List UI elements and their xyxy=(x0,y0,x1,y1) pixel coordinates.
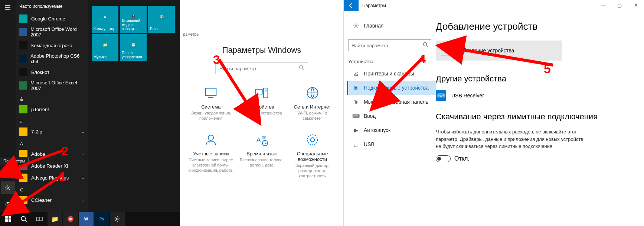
tile-label: Панель управления xyxy=(122,51,145,59)
sidebar-home-label: Главная xyxy=(364,23,383,29)
hamburger-icon[interactable] xyxy=(4,4,12,11)
sidebar-item[interactable]: 🖱Мышь и сенсорная панель xyxy=(348,95,436,109)
chevron-down-icon: ⌄ xyxy=(81,198,84,202)
category-icon xyxy=(203,85,218,100)
sidebar-item[interactable]: ▶Автозапуск xyxy=(348,123,436,137)
user-icon[interactable] xyxy=(4,167,12,175)
sidebar-search-input[interactable] xyxy=(352,43,423,48)
app-item[interactable]: 7-Zip⌄ xyxy=(16,126,88,138)
settings-breadcrumb: раметры xyxy=(180,32,210,36)
chevron-down-icon: ⌄ xyxy=(81,176,84,180)
app-item[interactable]: Командная строка xyxy=(16,39,88,51)
start-app-list: Часто используемые Google ChromeMicrosof… xyxy=(16,0,88,212)
taskbar: 📁 W Ps xyxy=(0,212,180,226)
app-item[interactable]: Microsoft Office Excel 2007 xyxy=(16,78,88,93)
group-letter-c[interactable]: C xyxy=(16,184,88,194)
app-item[interactable]: CCleaner⌄ xyxy=(16,194,88,206)
search-icon xyxy=(299,65,304,72)
category-desc: Распознавание голоса, регион, дата xyxy=(238,157,285,168)
metered-heading: Скачивание через лимитные подключения xyxy=(436,112,633,122)
sidebar-item[interactable]: ⌨Ввод xyxy=(348,109,436,123)
settings-category[interactable]: СистемаЭкран, уведомления, приложения xyxy=(187,85,235,121)
svg-line-12 xyxy=(25,220,27,222)
svg-text:A: A xyxy=(256,136,261,144)
gear-icon[interactable] xyxy=(1,181,15,194)
group-letter-hash[interactable]: # xyxy=(16,115,88,126)
category-icon xyxy=(203,132,218,147)
taskbar-explorer[interactable]: 📁 xyxy=(48,212,62,226)
svg-point-19 xyxy=(300,66,303,69)
svg-point-11 xyxy=(21,216,25,220)
group-letter-amp[interactable]: & xyxy=(16,93,88,103)
svg-line-35 xyxy=(426,46,428,47)
app-item[interactable]: Advego Plagiatus⌄ xyxy=(16,172,88,184)
frequent-header: Часто используемые xyxy=(16,3,88,13)
sidebar-item-label: Автозапуск xyxy=(364,127,390,133)
tile-label: Музыка xyxy=(94,55,117,59)
svg-rect-24 xyxy=(264,88,268,98)
group-letter-a[interactable]: A xyxy=(16,138,88,148)
settings-search-input[interactable] xyxy=(219,66,299,71)
taskbar-search-icon[interactable] xyxy=(16,212,31,226)
sidebar-item-label: Мышь и сенсорная панель xyxy=(364,99,428,105)
settings-sidebar: Главная Устройства 🖨Принтеры и сканеры🖥П… xyxy=(344,11,436,226)
sidebar-item-label: Ввод xyxy=(364,113,376,119)
settings-category[interactable]: Специальные возможностиЭкранный диктор, … xyxy=(289,132,336,179)
svg-point-27 xyxy=(208,135,213,140)
app-item[interactable]: Adobe Photoshop CS6 x64 xyxy=(16,51,88,66)
task-view-icon[interactable] xyxy=(32,212,47,226)
category-icon xyxy=(305,132,320,147)
taskbar-word[interactable]: W xyxy=(79,212,94,226)
svg-rect-13 xyxy=(36,217,39,221)
settings-category[interactable]: Сеть и ИнтернетWi-Fi, режим " в самолете… xyxy=(289,85,336,121)
settings-search[interactable] xyxy=(215,62,308,74)
sidebar-search[interactable] xyxy=(348,39,431,51)
settings-category[interactable]: Учетные записиУчетные записи, адрес элек… xyxy=(187,132,235,179)
sidebar-item[interactable]: 🖥Подключенные устройства xyxy=(347,81,436,95)
app-item[interactable]: Google Chrome xyxy=(16,13,88,25)
category-icon: A字 xyxy=(254,132,269,147)
sidebar-item-icon: ▶ xyxy=(353,127,359,133)
tile-music[interactable]: 📁Музыка xyxy=(92,34,118,61)
sidebar-item[interactable]: 🖨Принтеры и сканеры xyxy=(348,67,436,81)
taskbar-photoshop[interactable]: Ps xyxy=(94,212,109,226)
app-label: Microsoft Office Excel 2007 xyxy=(30,80,84,91)
tile-control-panel[interactable]: 📇Панель управления xyxy=(120,34,147,61)
svg-rect-10 xyxy=(9,219,11,222)
sidebar-home[interactable]: Главная xyxy=(348,19,436,33)
back-button[interactable] xyxy=(344,0,359,11)
power-icon[interactable] xyxy=(4,201,12,208)
close-button[interactable]: ✕ xyxy=(628,0,644,11)
category-desc: Экран, уведомления, приложения xyxy=(187,110,235,121)
tile-paint[interactable]: 🎨Paint xyxy=(148,6,175,33)
svg-rect-8 xyxy=(9,216,11,219)
category-name: Специальные возможности xyxy=(289,151,336,162)
settings-category[interactable]: УстройстваBluetooth, устройства xyxy=(238,85,285,121)
app-label: µTorrent xyxy=(31,107,49,112)
tile-calculator[interactable]: 🖩Калькулятор xyxy=(92,6,118,33)
tile-media-server[interactable]: 🗄️Домашний медиа-сервер... xyxy=(120,6,147,33)
app-item[interactable]: µTorrent xyxy=(16,103,88,115)
svg-point-18 xyxy=(117,218,118,220)
category-desc: Bluetooth, устройства xyxy=(238,110,285,116)
category-name: Система xyxy=(187,104,235,110)
sidebar-item-icon: 🖥 xyxy=(353,84,359,91)
device-row[interactable]: ⌨ USB Receiver xyxy=(436,90,633,101)
app-item[interactable]: Блокнот xyxy=(16,66,88,78)
maximize-button[interactable]: ▢ xyxy=(611,0,628,11)
minimize-button[interactable]: — xyxy=(595,0,611,11)
toggle-switch[interactable] xyxy=(436,155,451,162)
taskbar-chrome[interactable] xyxy=(63,212,78,226)
app-item[interactable]: Microsoft Office Word 2007 xyxy=(16,25,88,39)
sidebar-item[interactable]: ⬚USB xyxy=(348,137,436,151)
settings-category[interactable]: A字Время и языкРаспознавание голоса, реги… xyxy=(238,132,285,179)
metered-toggle[interactable]: Откл. xyxy=(436,155,633,162)
start-button[interactable] xyxy=(1,212,16,226)
device-name: USB Receiver xyxy=(451,93,484,99)
taskbar-settings[interactable] xyxy=(110,212,125,226)
add-device-button[interactable]: + Добавление устройства xyxy=(436,41,562,61)
sidebar-item-icon: 🖨 xyxy=(353,70,359,77)
app-label: Adobe xyxy=(31,151,45,157)
search-icon xyxy=(423,42,428,49)
app-label: Adobe Reader XI xyxy=(31,163,68,169)
